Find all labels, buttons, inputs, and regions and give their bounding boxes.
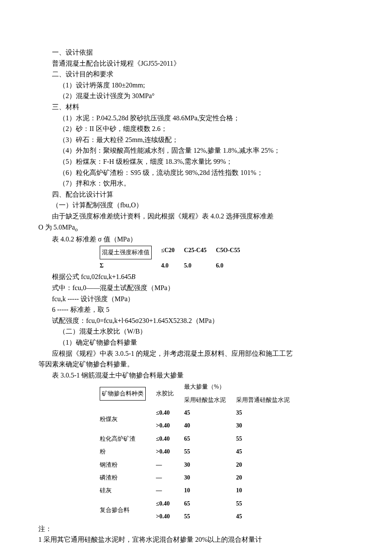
calc-1-title: （一）计算配制强度（fbu,O） (38, 200, 354, 211)
formula-result: 试配强度：fcu,0=fcu,k+l·645σ230+1.645X5238.2（… (38, 315, 354, 326)
cell-header: 水胶比 (154, 381, 182, 407)
table-row: 粉 >0.40 55 45 (98, 445, 298, 458)
cell: 30 (182, 459, 234, 471)
cell-header: ≤C20 (159, 245, 182, 260)
calc-2-text-a: 应根据《规程》中表 3.0.5-1 的规定，并考虑混凝土原材料、应用部位和施工工… (38, 348, 354, 359)
mat-6: （6）粒化高炉矿渣粉：S95 级，流动度比 98%,28d 活性指数 101%； (38, 167, 354, 178)
cell: 40 (182, 419, 234, 432)
note-1: 1 采用其它通用硅酸盐水泥时，宜将水泥混合材掺量 20%以上的混合材量计 (38, 534, 354, 545)
note-label: 注： (38, 523, 354, 535)
cell-header: 采用硅酸盐水泥 (182, 394, 234, 407)
table-admixture: 矿物掺合料种类 水胶比 最大掺量（%） 采用硅酸盐水泥 采用普通硅酸盐水泥 粉煤… (98, 381, 298, 523)
mat-3: （3）碎石：最大粒径 25mm,连续级配； (38, 134, 354, 145)
formula-where-1: 式中：fcu,0——混凝土试配强度（MPa） (38, 282, 354, 293)
calc-2-text-b: 等因素来确定矿物掺合料掺量。 (38, 359, 354, 370)
table-row: Σ 4.0 5.0 6.0 (98, 260, 248, 271)
cell: 30 (234, 419, 298, 432)
formula-where-2: fcu,k ----- 设计强度（MPa） (38, 293, 354, 305)
cell: 35 (234, 407, 298, 419)
cell: 粒化高炉矿渣 (98, 433, 154, 445)
cell: 65 (182, 433, 234, 445)
table-1-caption: 表 4.0.2 标准差 σ 值（MPa） (38, 234, 354, 245)
table-row: 粒化高炉矿渣 ≤0.40 65 55 (98, 433, 298, 445)
cell: Σ (98, 260, 159, 271)
calc-1-text-b: O 为 5.0MPao (38, 222, 354, 234)
cell: 55 (182, 445, 234, 458)
cell: 10 (234, 484, 298, 497)
formula-line: 根据公式 fcu,02fcu,k+1.645B (38, 271, 354, 282)
cell: — (154, 459, 182, 471)
cell-header: C25-C45 (182, 245, 214, 260)
cell: 45 (234, 445, 298, 458)
cell: — (154, 484, 182, 497)
formula-where-3: 6 ----- 标准差，取 5 (38, 304, 354, 315)
cell: ≤0.40 (154, 407, 182, 419)
cell-header: 矿物掺合料种类 (100, 387, 146, 401)
cell: 复合掺合料 (98, 497, 154, 523)
cell: 20 (234, 471, 298, 484)
cell-header: 采用普通硅酸盐水泥 (234, 394, 298, 407)
cell: 硅灰 (98, 484, 154, 497)
table-row: 磷渣粉 — 30 20 (98, 471, 298, 484)
heading-materials: 三、材料 (38, 102, 354, 113)
cell: 55 (182, 510, 234, 523)
heading-purpose: 二、设计目的和要求 (38, 69, 354, 80)
table-sigma: 混凝土强度标准值 ≤C20 C25-C45 C5O-C55 Σ 4.0 5.0 … (98, 245, 248, 272)
table-row: 粉煤灰 ≤0.40 45 35 (98, 407, 298, 419)
cell: 粉煤灰 (98, 407, 154, 433)
table-row: 硅灰 — 10 10 (98, 484, 298, 497)
calc-2-sub: （1）确定矿物掺合料掺量 (38, 337, 354, 348)
cell: 55 (234, 497, 298, 510)
cell: >0.40 (154, 510, 182, 523)
text-standard: 普通混凝土配合比设计规程《JGJ55-2011》 (38, 58, 354, 69)
req-2: （2）混凝土设计强度为 30MPa° (38, 90, 354, 102)
cell: >0.40 (154, 419, 182, 432)
calc-1-text-a: 由于缺乏强度标准差统计资料，因此根据《规程》表 4.0.2 选择强度标准差 (38, 211, 354, 222)
cell: 10 (182, 484, 234, 497)
table-row: 混凝土强度标准值 ≤C20 C25-C45 C5O-C55 (98, 245, 248, 260)
cell: >0.40 (154, 445, 182, 458)
cell: ≤0.40 (154, 497, 182, 510)
calc-2-title: （二）混凝土水胶比（W/B） (38, 326, 354, 337)
cell: 4.0 (159, 260, 182, 271)
cell: 5.0 (182, 260, 214, 271)
cell: 55 (234, 433, 298, 445)
cell-header: C5O-C55 (214, 245, 248, 260)
mat-1: （1）水泥：P.042.5,28d 胶砂抗压强度 48.6MPa,安定性合格； (38, 113, 354, 124)
cell: 粉 (98, 445, 154, 458)
mat-5: （5）粉煤灰：F-H 级粉煤灰，细度 18.3%,需水量比 99%； (38, 156, 354, 167)
cell-header: 混凝土强度标准值 (100, 246, 152, 259)
mat-7: （7）拌和水：饮用水。 (38, 178, 354, 189)
cell: 30 (182, 471, 234, 484)
cell: 45 (234, 510, 298, 523)
cell: — (154, 471, 182, 484)
heading-calc: 四、配合比设计计算 (38, 189, 354, 200)
table-2-caption: 表 3.0.5-1 钢筋混凝土中矿物掺合料最大掺量 (38, 370, 354, 381)
req-1: （1）设计坍落度 180±20mm; (38, 80, 354, 91)
cell: 20 (234, 459, 298, 471)
mat-4: （4）外加剂：聚竣酸高性能减水剂，固含量 12%,掺量 1.8%,减水率 25%… (38, 145, 354, 156)
mat-2: （2）砂：II 区中砂，细度模数 2.6； (38, 123, 354, 134)
cell-header: 最大掺量（%） (182, 381, 234, 393)
cell: 钢渣粉 (98, 459, 154, 471)
heading-basis: 一、设计依据 (38, 47, 354, 58)
cell: 45 (182, 407, 234, 419)
table-row: 矿物掺合料种类 水胶比 最大掺量（%） (98, 381, 298, 393)
table-row: 复合掺合料 ≤0.40 65 55 (98, 497, 298, 510)
cell: 磷渣粉 (98, 471, 154, 484)
cell: ≤0.40 (154, 433, 182, 445)
table-row: 钢渣粉 — 30 20 (98, 459, 298, 471)
cell: 6.0 (214, 260, 248, 271)
cell: 65 (182, 497, 234, 510)
